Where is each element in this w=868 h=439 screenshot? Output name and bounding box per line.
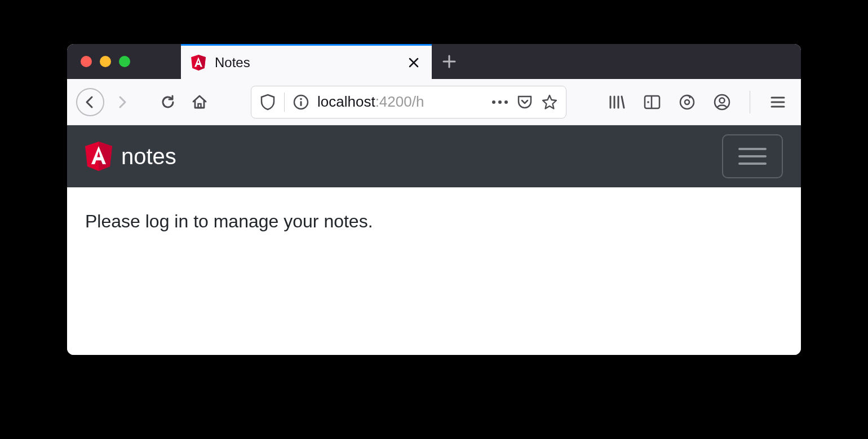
window-controls <box>67 56 130 67</box>
new-tab-button[interactable] <box>432 44 467 79</box>
account-icon[interactable] <box>712 93 732 112</box>
tab-close-button[interactable] <box>406 55 422 71</box>
navbar-toggle-button[interactable] <box>722 134 783 178</box>
svg-point-5 <box>498 100 502 104</box>
sidebar-icon[interactable] <box>643 93 662 112</box>
library-icon[interactable] <box>608 93 627 112</box>
reload-button[interactable] <box>154 88 182 116</box>
svg-point-13 <box>720 98 725 103</box>
svg-point-4 <box>492 100 495 104</box>
angular-icon <box>191 55 206 70</box>
window-minimize-button[interactable] <box>100 56 111 67</box>
url-host: localhost <box>317 93 375 110</box>
svg-rect-0 <box>198 104 201 108</box>
separator <box>284 93 285 112</box>
angular-logo-icon <box>85 142 112 171</box>
app-navbar: notes <box>67 125 801 187</box>
svg-point-10 <box>680 95 694 109</box>
svg-point-11 <box>685 100 689 104</box>
svg-point-9 <box>647 101 649 103</box>
browser-tab[interactable]: Notes <box>181 44 432 79</box>
menu-icon[interactable] <box>768 93 787 112</box>
login-message: Please log in to manage your notes. <box>85 211 783 232</box>
toolbar-right <box>608 91 792 113</box>
forward-button[interactable] <box>108 88 136 116</box>
pocket-icon[interactable] <box>516 94 533 111</box>
url-display: localhost:4200/h <box>317 93 484 111</box>
window-maximize-button[interactable] <box>119 56 130 67</box>
url-path: /h <box>412 93 424 110</box>
back-button[interactable] <box>76 88 104 116</box>
site-info-icon[interactable] <box>293 94 309 111</box>
svg-rect-3 <box>300 101 302 106</box>
window-close-button[interactable] <box>81 56 92 67</box>
app-brand[interactable]: notes <box>85 142 176 171</box>
tracking-protection-icon[interactable] <box>259 94 276 111</box>
svg-point-6 <box>504 100 508 104</box>
tab-bar: Notes <box>67 44 801 79</box>
svg-point-2 <box>300 98 302 100</box>
page-actions-icon[interactable] <box>491 94 508 111</box>
tab-title: Notes <box>215 55 397 71</box>
home-button[interactable] <box>185 88 214 116</box>
browser-window: Notes <box>67 44 801 355</box>
brand-text: notes <box>121 144 176 169</box>
bookmark-star-icon[interactable] <box>541 94 558 111</box>
url-port: :4200 <box>375 93 412 110</box>
separator <box>750 91 750 113</box>
browser-toolbar: localhost:4200/h <box>67 79 801 125</box>
extension-icon[interactable] <box>677 93 697 112</box>
address-bar[interactable]: localhost:4200/h <box>251 86 566 118</box>
page-content: Please log in to manage your notes. <box>67 187 801 355</box>
